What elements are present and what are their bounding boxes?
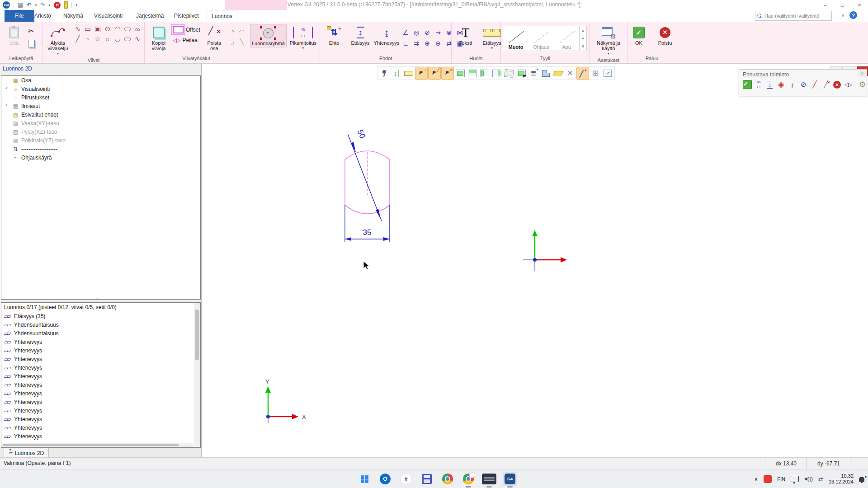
- tree-item-visualisointi[interactable]: >☼Visualisointi: [1, 84, 200, 93]
- list-view-icon[interactable]: ≣▾: [528, 67, 539, 79]
- coincidence-button[interactable]: ↨ Yhtenevyys: [374, 24, 399, 47]
- constraint-row[interactable]: ▱▱Yhtenevyys: [1, 380, 200, 389]
- concentric-icon[interactable]: ◉: [777, 80, 785, 89]
- drawing-canvas[interactable]: 35 50 Y X ↕: [201, 63, 868, 458]
- search-input[interactable]: [764, 13, 830, 19]
- pin-icon[interactable]: [378, 67, 390, 79]
- ellipse-icon[interactable]: ◯: [123, 34, 132, 44]
- exit-button[interactable]: ✕ Poistu: [653, 24, 677, 47]
- tree-item-ilmiasut[interactable]: >▦Ilmiasut: [1, 102, 200, 110]
- scroll-more-icon[interactable]: ⊽: [582, 45, 585, 49]
- view-top-icon[interactable]: [467, 67, 478, 79]
- ruler-icon[interactable]: [403, 67, 415, 79]
- arc-icon[interactable]: ◡: [113, 34, 123, 44]
- tree-item-xz-plane[interactable]: ▨Pysty(XZ)-taso: [1, 127, 200, 136]
- fit-measure-icon[interactable]: ↕: [391, 67, 402, 79]
- closed-spline-icon[interactable]: ∞: [132, 24, 142, 34]
- line-point-icon[interactable]: ╱: [811, 80, 819, 89]
- slot-icon[interactable]: ◯: [123, 24, 132, 34]
- dimension-diameter-label[interactable]: 50: [355, 128, 367, 140]
- undo-caret-icon[interactable]: ▾: [35, 3, 37, 7]
- tab-arkisto[interactable]: Arkisto: [30, 10, 56, 22]
- paste-button[interactable]: Liitä: [2, 24, 26, 47]
- copy-icon[interactable]: [28, 40, 35, 47]
- tree-item-yz-plane[interactable]: ▨Poikittais(YZ)-taso: [1, 136, 200, 145]
- tray-red-app-icon[interactable]: [764, 475, 772, 483]
- constraint-row[interactable]: ▱▱Yhdensuuntaisuus: [1, 320, 200, 329]
- constraint-row[interactable]: ▱▱Etäisyys (35): [1, 312, 200, 320]
- view-front-icon[interactable]: [454, 67, 466, 79]
- circle-icon[interactable]: ○: [103, 34, 113, 44]
- tree-item-osa[interactable]: ▩Osa: [1, 76, 200, 84]
- constraint-row[interactable]: ▱▱Yhtenevyys: [1, 432, 200, 441]
- ok-button[interactable]: ✓ OK: [627, 24, 651, 47]
- expander-icon[interactable]: >: [5, 103, 8, 108]
- tree-item-piirustukset[interactable]: ◌Piirustukset: [1, 93, 200, 102]
- model-3d-icon[interactable]: [540, 67, 552, 79]
- horizontal-scrollbar[interactable]: [2, 443, 193, 447]
- clock[interactable]: 10.32 13.12.2024: [829, 473, 854, 485]
- constraint-row[interactable]: ▱▱Yhtenevyys: [1, 398, 200, 406]
- view-right-icon[interactable]: [491, 67, 503, 79]
- tab-jarjestelma[interactable]: Järjestelmä: [132, 10, 168, 22]
- highlight-tool-icon[interactable]: [64, 1, 68, 9]
- tab-nakyma[interactable]: Näkymä: [59, 10, 88, 22]
- view-iso-icon[interactable]: [503, 67, 515, 79]
- customize-toolbar-icon[interactable]: ▾: [75, 3, 77, 7]
- symmetry-icon[interactable]: ↨: [788, 80, 797, 89]
- style-aux-button[interactable]: Apu: [554, 26, 579, 51]
- redo-caret-icon[interactable]: ▾: [48, 3, 50, 7]
- rectangle-icon[interactable]: ▭: [83, 24, 93, 34]
- select-line-icon[interactable]: ╱: [428, 67, 441, 80]
- vertex-g4-taskbar-icon[interactable]: G4: [503, 472, 517, 486]
- cut-icon[interactable]: ✂: [28, 27, 35, 35]
- scrollbar-thumb[interactable]: [195, 310, 199, 360]
- chrome-profile-icon[interactable]: [461, 472, 476, 486]
- copy-lines-button[interactable]: Kopioi viivoja: [146, 24, 171, 52]
- equal-constraint-icon[interactable]: ⊖: [433, 38, 443, 48]
- remove-part-button[interactable]: ╱✕ Poista osa: [202, 24, 226, 52]
- tree-item-xy-plane[interactable]: ▨Vaaka(XY)-taso: [1, 119, 200, 127]
- tree-item-ohjauskayra[interactable]: ∼Ohjauskäyrä: [1, 153, 200, 162]
- constraint-row[interactable]: ▱▱Yhdensuuntaisuus: [1, 329, 200, 338]
- constraint-row[interactable]: ▱▱Yhtenevyys: [1, 338, 200, 346]
- volume-icon[interactable]: ))): [804, 476, 813, 482]
- mirror-button[interactable]: ◁▷ Peilaa: [173, 37, 200, 43]
- diameter-constraint-icon[interactable]: ⊘: [422, 28, 432, 38]
- radius-constraint-icon[interactable]: ⊕: [422, 38, 432, 48]
- tab-visualisointi[interactable]: Visualisointi: [90, 10, 127, 22]
- distance-note-button[interactable]: Etäisyys ▾: [480, 24, 504, 52]
- line-icon[interactable]: ╱: [73, 34, 83, 44]
- help-button[interactable]: ?: [849, 11, 857, 19]
- constraint-row[interactable]: ▱▱Yhtenevyys: [1, 423, 200, 432]
- grid-icon[interactable]: ⊞: [590, 67, 601, 79]
- select-point-icon[interactable]: •: [415, 67, 428, 80]
- view-face-select-icon[interactable]: [515, 67, 527, 79]
- export-view-icon[interactable]: ↗: [602, 67, 613, 79]
- perpendicular-constraint-icon[interactable]: ∟: [401, 38, 410, 48]
- expander-icon[interactable]: >: [5, 85, 8, 90]
- point-icon[interactable]: ▫: [83, 34, 93, 44]
- settings-gear-icon[interactable]: ⚙: [858, 80, 867, 89]
- rectangle-center-icon[interactable]: ▣: [93, 24, 103, 34]
- start-button[interactable]: [357, 472, 372, 486]
- dimension-width-label[interactable]: 35: [363, 228, 372, 237]
- minimize-button[interactable]: –: [816, 0, 834, 10]
- circle-center-icon[interactable]: ⊙: [103, 24, 113, 34]
- constraint-row[interactable]: ▱▱Yhtenevyys: [1, 406, 200, 415]
- condition-button[interactable]: ⇅ ✦ Ehto: [322, 24, 346, 47]
- angle-constraint-icon[interactable]: ∠: [401, 28, 410, 38]
- sketch-group-button[interactable]: Luonnosryhmä: [250, 24, 287, 47]
- style-shape-button[interactable]: Muoto: [503, 26, 528, 51]
- splitter-handle[interactable]: ⌃: [96, 298, 99, 302]
- mirror-icon[interactable]: ◁▷: [844, 80, 853, 89]
- search-box[interactable]: [755, 11, 832, 21]
- select-face-icon[interactable]: ▱: [441, 67, 454, 80]
- tray-expand-icon[interactable]: ∧: [754, 476, 759, 483]
- outlook-icon[interactable]: O: [378, 472, 392, 486]
- parallel-constraint-icon[interactable]: ⇉: [411, 38, 421, 48]
- quick-dimension-icon[interactable]: 45↔: [755, 80, 763, 89]
- distance-constraint-button[interactable]: ↕ Etäisyys: [348, 24, 373, 47]
- view-left-icon[interactable]: [479, 67, 491, 79]
- vertical-scrollbar[interactable]: [194, 303, 200, 446]
